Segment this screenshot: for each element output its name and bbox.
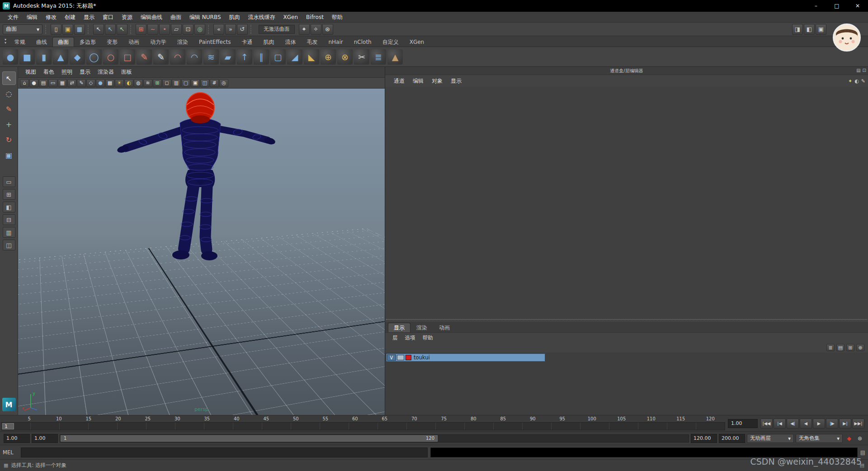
multisample-icon[interactable]: ⊞ — [153, 79, 162, 87]
rotate-tool[interactable]: ↻ — [2, 133, 16, 146]
command-input[interactable] — [21, 447, 428, 457]
paint-select-tool[interactable]: ✎ — [2, 102, 16, 116]
layer-color-swatch[interactable] — [406, 355, 411, 360]
channel-box-menu-item[interactable]: 对象 — [428, 77, 447, 85]
two-d-pan-zoom-icon[interactable]: ⇄ — [67, 79, 76, 87]
bevel-plus-icon[interactable]: ◣ — [304, 49, 319, 65]
script-editor-toggle-icon[interactable]: ▤ — [860, 462, 864, 468]
shelf-tab[interactable]: 流体 — [279, 37, 301, 47]
menubar-item[interactable]: XGen — [279, 12, 302, 23]
menubar-item[interactable]: 创建 — [61, 12, 80, 23]
ipr-render-icon[interactable]: ✧ — [311, 24, 321, 35]
ep-curve-tool-icon[interactable]: ✎ — [137, 49, 152, 65]
snap-point-icon[interactable]: • — [159, 24, 170, 35]
hyperbolic-spread-icon[interactable]: ◐ — [854, 78, 859, 84]
nurbs-square-icon[interactable]: □ — [120, 49, 135, 65]
construction-history-icon[interactable]: ↺ — [237, 24, 248, 35]
layer-row[interactable]: V toukui — [386, 353, 545, 362]
shelf-tab[interactable]: 卡通 — [236, 37, 258, 47]
layer-visibility-toggle[interactable]: V — [387, 354, 396, 361]
menubar-item[interactable]: 帮助 — [328, 12, 347, 23]
viewport-menu-item[interactable]: 着色 — [40, 68, 58, 76]
hud-icon[interactable]: # — [210, 79, 219, 87]
three-point-arc-icon[interactable]: ◠ — [170, 49, 185, 65]
isolate-select-icon[interactable]: ◻ — [162, 79, 171, 87]
smooth-shade-icon[interactable]: ● — [96, 79, 105, 87]
manip-speed-icon[interactable]: ✦ — [848, 78, 852, 84]
layer-editor-menu-item[interactable]: 层 — [389, 334, 401, 341]
playback-start-field[interactable]: 1.00 — [32, 434, 58, 443]
snap-plane-icon[interactable]: ▱ — [171, 24, 182, 35]
tool-settings-toggle-icon[interactable]: ◧ — [804, 24, 815, 35]
shelf-tab[interactable]: 动力学 — [145, 37, 172, 47]
gate-mask-icon[interactable]: ▣ — [191, 79, 200, 87]
save-scene-icon[interactable]: ▦ — [74, 24, 85, 35]
scale-tool[interactable]: ▣ — [2, 148, 16, 162]
current-time-field[interactable]: 1.00 — [728, 419, 758, 428]
toolbar-separator[interactable] — [45, 25, 48, 34]
snap-view-icon[interactable]: ⊡ — [183, 24, 193, 35]
lock-camera-icon[interactable]: ● — [29, 79, 38, 87]
nurbs-plane-icon[interactable]: ◆ — [70, 49, 85, 65]
camera-attributes-icon[interactable]: ▤ — [39, 79, 48, 87]
minimize-button[interactable]: – — [806, 0, 826, 12]
select-hierarchy-icon[interactable]: ↖ — [93, 24, 104, 35]
animation-preferences-icon[interactable]: ⊛ — [855, 435, 864, 442]
make-live-icon[interactable]: ◎ — [194, 24, 205, 35]
bevel-icon[interactable]: ◢ — [287, 49, 302, 65]
animation-start-field[interactable]: 1.00 — [4, 434, 30, 443]
menu-set-dropdown[interactable]: 曲面 ▾ — [3, 24, 42, 34]
select-tool[interactable]: ↖ — [2, 71, 16, 85]
viewport-menu-item[interactable]: 显示 — [76, 68, 94, 76]
bookmark-icon[interactable]: ▭ — [48, 79, 57, 87]
menubar-item[interactable]: 曲面 — [166, 12, 185, 23]
range-slider-trough[interactable]: 1 120 — [60, 434, 689, 443]
grease-pencil-icon[interactable]: ✎ — [77, 79, 86, 87]
layout-four-pane-button[interactable]: ⊞ — [3, 189, 15, 200]
layout-persp-split-button[interactable]: ◫ — [3, 240, 15, 250]
step-forward-key-button[interactable]: |▶ — [826, 419, 838, 429]
layer-editor-tab[interactable]: 渲染 — [410, 323, 433, 332]
snap-curve-icon[interactable]: ~ — [147, 24, 158, 35]
new-layer-from-selected-icon[interactable]: ⊕ — [856, 344, 864, 351]
shelf-tab[interactable]: 毛发 — [301, 37, 323, 47]
viewport-menu-item[interactable]: 渲染器 — [94, 68, 118, 76]
menubar-item[interactable]: 修改 — [42, 12, 61, 23]
nurbs-cylinder-icon[interactable]: ▮ — [36, 49, 52, 65]
toolbar-separator[interactable] — [88, 25, 90, 34]
shelf-tab[interactable]: 常规 — [9, 37, 31, 47]
shelf-tab[interactable]: nCloth — [349, 37, 377, 47]
shelf-tab[interactable]: 变形 — [101, 37, 123, 47]
channel-box-menu-item[interactable]: 显示 — [447, 77, 466, 85]
screen-space-ao-icon[interactable]: ◍ — [134, 79, 143, 87]
textured-mode-icon[interactable]: ▩ — [105, 79, 114, 87]
channel-edit-icon[interactable]: ✎ — [861, 78, 865, 84]
shelf-tab[interactable]: 曲线 — [31, 37, 52, 47]
trim-tool-icon[interactable]: ✂ — [354, 49, 369, 65]
shelf-tab[interactable]: nHair — [323, 37, 348, 47]
layer-playback-toggle[interactable] — [397, 355, 404, 360]
menubar-item[interactable]: 资源 — [118, 12, 137, 23]
nurbs-cube-icon[interactable]: ■ — [19, 49, 35, 65]
shelf-menu-icon[interactable]: ▾ ▾ — [2, 38, 9, 47]
sculpt-geometry-icon[interactable]: ▲ — [387, 49, 403, 65]
viewport-menu-item[interactable]: 面板 — [118, 68, 136, 76]
menubar-item[interactable]: 编辑曲线 — [137, 12, 166, 23]
step-forward-frame-button[interactable]: ▶| — [839, 419, 851, 429]
image-plane-icon[interactable]: ▦ — [58, 79, 67, 87]
select-object-icon[interactable]: ↖ — [105, 24, 116, 35]
shelf-tab[interactable]: 多边形 — [74, 37, 101, 47]
nurbs-cone-icon[interactable]: ▲ — [53, 49, 68, 65]
shelf-tab[interactable]: 自定义 — [377, 37, 404, 47]
layout-persp-graph-button[interactable]: ⊟ — [3, 214, 15, 225]
open-scene-icon[interactable]: ▣ — [62, 24, 73, 35]
playback-end-field[interactable]: 120.00 — [691, 434, 717, 443]
viewport-menu-item[interactable]: 视图 — [22, 68, 40, 76]
live-surface-indicator[interactable]: 无激活曲面 — [259, 25, 295, 34]
nurbs-sphere-icon[interactable]: ● — [3, 49, 18, 65]
attribute-editor-toggle-icon[interactable]: ◨ — [792, 24, 803, 35]
channel-box-menu-item[interactable]: 通道 — [390, 77, 409, 85]
rebuild-surface-icon[interactable]: ≣ — [371, 49, 386, 65]
planar-icon[interactable]: ▰ — [220, 49, 236, 65]
character-model[interactable] — [113, 90, 276, 271]
